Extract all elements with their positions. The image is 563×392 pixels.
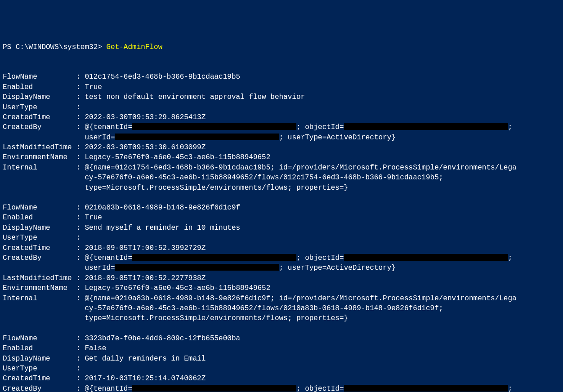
property-DisplayName: DisplayName : test non default environme… (3, 92, 560, 102)
property-Internal-cont: type=Microsoft.ProcessSimple/environment… (3, 313, 560, 323)
property-Enabled: Enabled : True (3, 82, 560, 92)
redacted-user-id (115, 264, 279, 271)
property-Internal-cont: cy-57e676f0-a6e0-45c3-ae6b-115b88949652/… (3, 173, 560, 183)
property-FlowName: FlowName : 3323bd7e-f0be-4dd6-809c-12fb6… (3, 334, 560, 343)
property-Internal-cont: type=Microsoft.ProcessSimple/environment… (3, 183, 560, 193)
property-DisplayName: DisplayName : Send myself a reminder in … (3, 223, 560, 233)
property-Internal: Internal : @{name=012c1754-6ed3-468b-b36… (3, 163, 560, 173)
redacted-user-id (115, 134, 279, 140)
output-area: FlowName : 012c1754-6ed3-468b-b366-9b1cd… (3, 72, 560, 392)
property-Enabled: Enabled : False (3, 343, 560, 353)
flow-record: FlowName : 3323bd7e-f0be-4dd6-809c-12fb6… (3, 334, 560, 392)
property-Enabled: Enabled : True (3, 213, 560, 223)
prompt-line[interactable]: PS C:\WINDOWS\system32> Get-AdminFlow (3, 42, 560, 52)
flow-record: FlowName : 012c1754-6ed3-468b-b366-9b1cd… (3, 72, 560, 193)
property-DisplayName: DisplayName : Get daily reminders in Ema… (3, 354, 560, 364)
property-UserType: UserType : (3, 364, 560, 374)
redacted-object-id (344, 123, 508, 130)
redacted-tenant-id (132, 385, 296, 392)
property-EnvironmentName: EnvironmentName : Legacy-57e676f0-a6e0-4… (3, 283, 560, 293)
property-FlowName: FlowName : 0210a83b-0618-4989-b148-9e826… (3, 203, 560, 213)
property-CreatedTime: CreatedTime : 2017-10-03T10:25:14.074006… (3, 374, 560, 383)
property-CreatedTime: CreatedTime : 2022-03-30T09:53:29.862541… (3, 112, 560, 122)
redacted-tenant-id (132, 254, 296, 261)
property-UserType: UserType : (3, 233, 560, 243)
property-CreatedBy: CreatedBy : @{tenantId=; objectId=; (3, 122, 560, 132)
redacted-object-id (344, 385, 508, 392)
property-LastModifiedTime: LastModifiedTime : 2018-09-05T17:00:52.2… (3, 273, 560, 283)
redacted-tenant-id (132, 123, 296, 130)
property-CreatedBy: CreatedBy : @{tenantId=; objectId=; (3, 253, 560, 263)
property-EnvironmentName: EnvironmentName : Legacy-57e676f0-a6e0-4… (3, 152, 560, 162)
property-CreatedBy-cont: userId=; userType=ActiveDirectory} (3, 133, 560, 143)
flow-record: FlowName : 0210a83b-0618-4989-b148-9e826… (3, 203, 560, 324)
property-Internal-cont: cy-57e676f0-a6e0-45c3-ae6b-115b88949652/… (3, 303, 560, 313)
property-Internal: Internal : @{name=0210a83b-0618-4989-b14… (3, 294, 560, 303)
prompt-path: PS C:\WINDOWS\system32> (3, 43, 106, 51)
property-CreatedBy: CreatedBy : @{tenantId=; objectId=; (3, 384, 560, 392)
prompt-command: Get-AdminFlow (106, 43, 162, 51)
property-CreatedTime: CreatedTime : 2018-09-05T17:00:52.399272… (3, 243, 560, 253)
redacted-object-id (344, 254, 508, 261)
property-FlowName: FlowName : 012c1754-6ed3-468b-b366-9b1cd… (3, 72, 560, 82)
property-LastModifiedTime: LastModifiedTime : 2022-03-30T09:53:30.6… (3, 143, 560, 152)
property-UserType: UserType : (3, 102, 560, 112)
property-CreatedBy-cont: userId=; userType=ActiveDirectory} (3, 263, 560, 273)
